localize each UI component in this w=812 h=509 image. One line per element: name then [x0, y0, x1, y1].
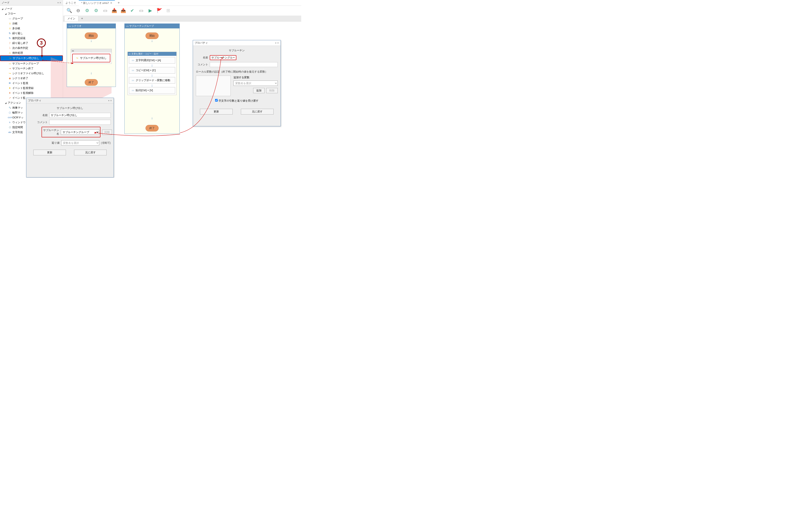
panel-controls[interactable]: ▾ ✕ [108, 99, 112, 102]
start-node[interactable]: 開始 [146, 33, 159, 39]
prop-right-title: サブルーチン [196, 49, 278, 52]
subroutine-group-header: ▭サブルーチングループ [125, 24, 180, 28]
arrow-icon: ↓ [151, 116, 153, 120]
node-icon: OCR [8, 116, 11, 119]
node-icon: ▭ [8, 17, 11, 20]
name-input[interactable] [210, 55, 236, 60]
node-icon: ▭ [8, 62, 11, 65]
subroutine-call-node[interactable]: ↪ サブルーチン呼び出し [72, 54, 110, 62]
node-icon: ↻ [8, 37, 11, 40]
subroutine-call-icon: ↪ [75, 57, 79, 60]
tab-scenario[interactable]: * 新しいシナリオ.ums7✕ [79, 0, 115, 6]
property-panel-right: プロパティ ▾ ✕ サブルーチン 名前 コメント ローカル変数の設定（終了時に開… [193, 40, 281, 126]
tree-flow[interactable]: ◢フロー [0, 11, 63, 16]
end-node[interactable]: 終了 [146, 125, 159, 131]
zoom-in-icon[interactable]: 🔍 [66, 7, 72, 14]
comment-input[interactable] [49, 120, 111, 125]
revert-button[interactable]: 元に戻す [74, 149, 106, 155]
node-icon: ↻ [8, 121, 11, 124]
node-icon: ⤵ [8, 46, 11, 50]
tool-window-icon[interactable]: ▭ [102, 7, 108, 14]
step-icon: ▭ [131, 79, 134, 82]
scenario-group-header: ▭シナリオ [67, 24, 116, 28]
arrow-icon: ↓ [129, 63, 175, 67]
tree-flow-item[interactable]: ↻繰り返し [0, 31, 63, 36]
tool-play-icon[interactable]: ▶ [147, 7, 154, 14]
return-note: (省略可) [101, 141, 111, 145]
tool-import-icon[interactable]: 📥 [111, 7, 118, 14]
node-icon: ⬆ [8, 91, 11, 95]
tab-add[interactable]: ＋ [115, 0, 122, 6]
arrow-icon: ↓ [129, 83, 175, 88]
start-node[interactable]: 開始 [85, 33, 98, 39]
update-button[interactable]: 更新 [200, 109, 233, 114]
flow-step-node[interactable]: ▭文字列選択[Ctrl] + [A] [129, 57, 175, 64]
tree-flow-item[interactable]: ⤴繰り返し終了 [0, 41, 63, 45]
localvar-heading: ローカル変数の設定（終了時に開始時の値を復元する変数） [196, 70, 278, 74]
node-icon: ↻ [8, 32, 11, 35]
step-icon: ▭ [131, 69, 134, 72]
node-icon: ⇥ [8, 67, 11, 70]
flow-step-node[interactable]: ▭コピー[Ctrl] + [C] [129, 67, 175, 74]
prop-left-title: サブルーチン呼び出し [29, 106, 111, 110]
comment-input[interactable] [210, 62, 278, 67]
add-button[interactable]: 追加 [253, 88, 264, 93]
tree-flow-item[interactable]: ↻後判定繰返 [0, 36, 63, 41]
tool-settings-icon[interactable]: ⚙ [93, 7, 99, 14]
return-select[interactable]: 変数名を選択 [61, 140, 99, 145]
empty-args-checkbox[interactable] [215, 99, 218, 102]
tool-grid-icon[interactable]: ⊞ [165, 7, 171, 14]
subroutine-group[interactable]: ▭サブルーチングループ 開始 ↓ ▭文章を選択→コピー→貼付 ▭文字列選択[Ct… [124, 24, 180, 134]
empty-args-checkbox-row[interactable]: 空文字の引数と返り値を受け渡す [215, 99, 258, 102]
scenario-group[interactable]: ▭シナリオ 開始 ↓ ▭ ↪ サブルーチン呼び出し ↓ 終了 [67, 24, 116, 87]
sync-button[interactable]: 同期 [102, 130, 112, 135]
node-icon: ⅄ [8, 27, 11, 30]
name-input[interactable] [49, 113, 111, 118]
node-icon: ◯ [8, 111, 11, 114]
addvar-select[interactable]: 変数名を選択 [233, 80, 278, 86]
tool-page-icon[interactable]: ▭ [138, 7, 145, 14]
comment-label: コメント [196, 63, 208, 66]
subroutine-inner-box[interactable]: ▭文章を選択→コピー→貼付 ▭文字列選択[Ctrl] + [A]↓▭コピー[Ct… [127, 52, 177, 95]
tool-gear-icon[interactable]: ⚙ [84, 7, 90, 14]
subtabs: メイン ＋ [63, 16, 301, 22]
tool-check-icon[interactable]: ✔ [129, 7, 135, 14]
node-icon: ↪ [9, 57, 12, 60]
arrow-icon: ↓ [151, 39, 153, 43]
node-panel-title: ノード [2, 1, 10, 4]
prop-right-header: プロパティ ▾ ✕ [193, 40, 281, 46]
step-icon: ▭ [131, 89, 134, 92]
flow-step-node[interactable]: ▭貼付[Ctrl] + [V] [129, 87, 175, 94]
property-panel-left: プロパティ ▾ ✕ サブルーチン呼び出し 名前 コメント サブルーチン名 サブル… [26, 98, 114, 177]
tree-flow-item[interactable]: ⅄多分岐 [0, 26, 63, 31]
localvar-list[interactable] [196, 76, 230, 96]
panel-controls[interactable]: ▾ ✕ [275, 42, 279, 44]
tool-export-icon[interactable]: 📤 [120, 7, 126, 14]
zoom-out-icon[interactable]: ⊖ [75, 7, 82, 14]
panel-controls[interactable]: ▾ ✕ [58, 1, 61, 4]
tree-flow-item[interactable]: ⤵次の条件判定 [0, 45, 63, 50]
tree-flow-item[interactable]: ⚠例外処理 [0, 50, 63, 56]
return-label: 返り値 [29, 141, 60, 145]
arrow-icon: ↓ [90, 39, 92, 43]
revert-button[interactable]: 元に戻す [241, 109, 274, 114]
subtab-add[interactable]: ＋ [79, 15, 86, 22]
node-icon: ⚠ [8, 51, 11, 55]
name-label: 名前 [196, 56, 208, 60]
subname-select[interactable]: サブルーチングループ [61, 129, 99, 135]
node-icon: ⅄ [8, 22, 11, 25]
close-icon[interactable]: ✕ [110, 1, 112, 4]
scenario-inner-box[interactable]: ▭ ↪ サブルーチン呼び出し [71, 49, 112, 64]
delete-button[interactable]: 削除 [266, 88, 278, 93]
flow-step-node[interactable]: ▭クリップボード→変数に移動 [129, 77, 175, 83]
tree-root[interactable]: ◢ノード [0, 6, 63, 11]
subtab-main[interactable]: メイン [64, 16, 79, 21]
tool-flag-icon[interactable]: 🚩 [156, 7, 162, 14]
step-icon: ▭ [131, 59, 134, 62]
tree-flow-item[interactable]: ▭グループ [0, 16, 63, 21]
tree-flow-item[interactable]: ⅄分岐 [0, 21, 63, 26]
update-button[interactable]: 更新 [33, 149, 66, 155]
tab-welcome[interactable]: ようこそ [63, 0, 79, 5]
node-icon: ⤴ [8, 41, 11, 45]
end-node[interactable]: 終了 [85, 79, 98, 86]
